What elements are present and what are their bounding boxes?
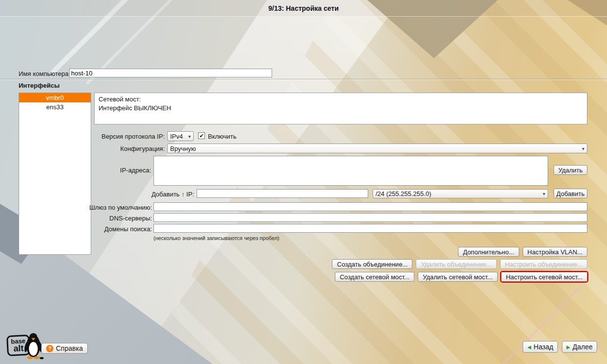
ip-addresses-listbox[interactable]	[153, 156, 548, 186]
back-button[interactable]: ◀ Назад	[523, 341, 558, 353]
configuration-dropdown[interactable]: Вручную ▾	[167, 144, 587, 153]
configuration-label: Конфигурация:	[93, 145, 165, 152]
bridge-button-row: Создать сетевой мост... Удалить сетевой …	[335, 272, 587, 282]
ip-version-value: IPv4	[170, 133, 183, 140]
arrow-right-icon: ▶	[566, 344, 570, 350]
interface-item-ens33[interactable]: ens33	[19, 102, 91, 112]
dns-servers-input[interactable]	[153, 213, 587, 222]
enable-label: Включить	[208, 133, 236, 140]
page-title: 9/13: Настройка сети	[0, 4, 607, 12]
interface-details-line1: Сетевой мост:	[99, 95, 583, 104]
search-domains-label: Домены поиска:	[74, 225, 152, 233]
netmask-value: /24 (255.255.255.0)	[376, 190, 431, 197]
enable-checkbox[interactable]: ✔	[198, 132, 205, 139]
help-button[interactable]: ? Справка	[41, 343, 88, 354]
delete-bond-button: Удалить объединение...	[416, 259, 496, 269]
dns-servers-label: DNS-серверы:	[74, 215, 152, 222]
chevron-down-icon: ▾	[539, 191, 545, 196]
logo-text-alt: alt	[13, 344, 24, 352]
interfaces-section-label: Интерфейсы	[19, 82, 60, 89]
penguin-mascot-icon	[23, 330, 44, 361]
delete-ip-button[interactable]: Удалить	[554, 165, 587, 175]
delete-bridge-button[interactable]: Удалить сетевой мост...	[418, 272, 497, 282]
add-ip-label: Добавить ↑ IP:	[137, 191, 194, 198]
help-button-label: Справка	[56, 344, 83, 352]
gateway-label: Шлюз по умолчанию:	[74, 204, 152, 211]
chevron-down-icon: ▾	[184, 134, 191, 139]
configure-bridge-button[interactable]: Настроить сетевой мост...	[501, 272, 587, 282]
gateway-input[interactable]	[153, 202, 587, 211]
add-ip-button[interactable]: Добавить	[554, 189, 587, 198]
create-bond-button[interactable]: Создать объединение...	[332, 259, 412, 269]
hostname-input[interactable]	[69, 69, 272, 77]
next-button-label: Далее	[573, 343, 593, 351]
vlan-settings-button[interactable]: Настройка VLAN...	[523, 247, 587, 257]
configure-bond-button: Настроить объединение...	[500, 259, 587, 269]
interface-item-vmbr0[interactable]: vmbr0	[19, 93, 91, 102]
search-domains-input[interactable]	[153, 224, 587, 233]
create-bridge-button[interactable]: Создать сетевой мост...	[335, 272, 414, 282]
advanced-button-row: Дополнительно... Настройка VLAN...	[458, 247, 587, 257]
separator-line	[0, 79, 607, 80]
advanced-button[interactable]: Дополнительно...	[458, 247, 519, 257]
netmask-dropdown[interactable]: /24 (255.255.255.0) ▾	[373, 189, 548, 198]
hostname-label: Имя компьютера:	[19, 70, 70, 77]
add-ip-input[interactable]	[197, 189, 368, 198]
help-icon: ?	[46, 345, 53, 352]
multiple-values-hint: (несколько значений записываются через п…	[153, 235, 279, 241]
back-button-label: Назад	[533, 343, 553, 351]
ip-version-dropdown[interactable]: IPv4 ▾	[167, 131, 194, 141]
configuration-value: Вручную	[170, 145, 196, 152]
ip-version-label: Версия протокола IP:	[93, 133, 165, 140]
interface-details-box: Сетевой мост: Интерфейс ВЫКЛЮЧЕН	[94, 93, 587, 124]
interface-details-line2: Интерфейс ВЫКЛЮЧЕН	[99, 104, 583, 113]
chevron-down-icon: ▾	[578, 146, 584, 151]
arrow-left-icon: ◀	[528, 344, 531, 350]
bond-button-row: Создать объединение... Удалить объединен…	[332, 259, 587, 269]
ip-addresses-label: IP-адреса:	[93, 167, 151, 174]
check-icon: ✔	[199, 133, 203, 139]
next-button[interactable]: ▶ Далее	[562, 341, 597, 353]
